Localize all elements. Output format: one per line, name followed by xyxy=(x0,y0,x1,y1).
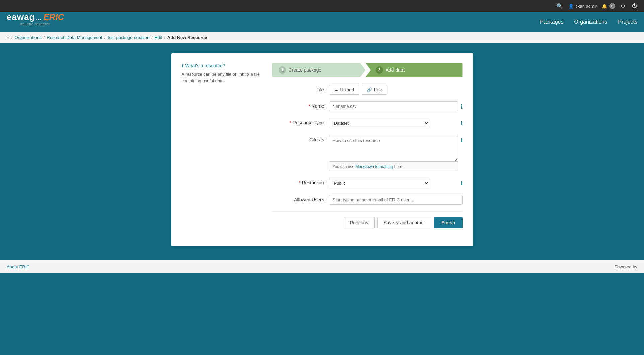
markdown-note-text: You can use xyxy=(333,164,355,169)
username-label: ckan admin xyxy=(576,4,598,9)
step-2: 2 Add data xyxy=(366,63,463,77)
name-input[interactable] xyxy=(329,101,458,111)
notification-area: 🔔 0 xyxy=(602,3,615,9)
breadcrumb-package[interactable]: test-package-creation xyxy=(108,35,149,40)
allowed-users-controls xyxy=(329,195,463,205)
gear-icon-btn[interactable]: ⚙ xyxy=(619,2,627,11)
user-info: 👤 ckan admin xyxy=(568,4,598,9)
name-info-icon[interactable]: ℹ xyxy=(461,103,463,110)
file-label: File: xyxy=(272,85,326,92)
logo-eawag: eawag xyxy=(7,12,35,22)
step-1-label: Create package xyxy=(289,67,322,73)
resource-type-label: * Resource Type: xyxy=(272,118,326,125)
step-1: 1 Create package xyxy=(272,63,366,77)
resource-type-info-icon[interactable]: ℹ xyxy=(461,120,463,126)
step-2-num: 2 xyxy=(376,66,383,74)
required-star: * xyxy=(308,103,311,109)
cite-label: Cite as: xyxy=(272,135,326,142)
breadcrumb-sep-0: / xyxy=(11,35,13,40)
cite-textarea[interactable] xyxy=(329,135,458,162)
breadcrumb-sep-1: / xyxy=(44,35,45,40)
info-circle-icon: ℹ xyxy=(182,63,183,68)
search-icon-btn[interactable]: 🔍 xyxy=(555,2,564,11)
breadcrumb-current: Add New Resource xyxy=(167,35,207,40)
allowed-users-input[interactable] xyxy=(329,195,463,205)
restriction-select-wrapper: Public Private Restricted xyxy=(329,178,458,188)
resource-type-select[interactable]: Dataset Code Documentation Other xyxy=(329,118,429,128)
steps-bar: 1 Create package 2 Add data xyxy=(272,63,463,77)
resource-type-row: * Resource Type: Dataset Code Documentat… xyxy=(272,118,463,128)
top-strip: 🔍 👤 ckan admin 🔔 0 ⚙ ⏻ xyxy=(0,0,644,12)
file-row: File: ☁ Upload 🔗 Link xyxy=(272,85,463,95)
allowed-users-label: Allowed Users: xyxy=(272,195,326,202)
name-label: * Name: xyxy=(272,101,326,109)
name-row: * Name: ℹ xyxy=(272,101,463,111)
name-input-wrapper xyxy=(329,101,458,111)
step-1-num: 1 xyxy=(279,66,286,74)
breadcrumb: ⌂ / Organizations / Research Data Manage… xyxy=(0,32,644,43)
file-controls: ☁ Upload 🔗 Link xyxy=(329,85,463,95)
main-header: eawag ... ERIC aquatic research Packages… xyxy=(0,12,644,32)
nav-packages[interactable]: Packages xyxy=(540,19,563,25)
footer-about[interactable]: About ERIC xyxy=(7,264,30,269)
cite-field-group: You can use Markdown formatting here ℹ xyxy=(329,135,463,171)
restriction-select[interactable]: Public Private Restricted xyxy=(329,178,429,188)
cite-row: Cite as: You can use Markdown formatting… xyxy=(272,135,463,171)
logo-dots: ... xyxy=(36,14,42,22)
save-add-another-button[interactable]: Save & add another xyxy=(377,217,432,228)
breadcrumb-sep-3: / xyxy=(151,35,153,40)
info-title-text: What's a resource? xyxy=(185,63,225,68)
finish-button[interactable]: Finish xyxy=(434,217,462,228)
user-icon: 👤 xyxy=(568,4,574,9)
required-star-2: * xyxy=(289,120,292,125)
info-title: ℹ What's a resource? xyxy=(182,63,262,68)
main-card: ℹ What's a resource? A resource can be a… xyxy=(171,53,473,246)
info-left: ℹ What's a resource? A resource can be a… xyxy=(182,63,262,228)
resource-type-select-wrapper: Dataset Code Documentation Other xyxy=(329,118,458,128)
cite-controls: You can use Markdown formatting here ℹ xyxy=(329,135,463,171)
link-label: Link xyxy=(374,87,382,92)
name-controls: ℹ xyxy=(329,101,463,111)
restriction-label: * Restriction: xyxy=(272,178,326,185)
markdown-formatting-link[interactable]: Markdown formatting xyxy=(355,164,393,169)
cite-info-icon[interactable]: ℹ xyxy=(461,137,463,143)
step-2-label: Add data xyxy=(386,67,405,73)
nav-projects[interactable]: Projects xyxy=(618,19,637,25)
resource-type-controls: Dataset Code Documentation Other ℹ xyxy=(329,118,463,128)
info-section: ℹ What's a resource? A resource can be a… xyxy=(182,63,463,228)
logout-icon-btn[interactable]: ⏻ xyxy=(631,2,639,10)
logo-eric: ERIC xyxy=(43,12,64,22)
upload-label: Upload xyxy=(340,87,354,92)
allowed-users-row: Allowed Users: xyxy=(272,195,463,205)
restriction-info-icon[interactable]: ℹ xyxy=(461,180,463,186)
form-area: 1 Create package 2 Add data File: ☁ xyxy=(272,63,463,228)
form-footer: Previous Save & add another Finish xyxy=(272,211,463,228)
notification-icon: 🔔 xyxy=(602,4,607,9)
info-description: A resource can be any file or link to a … xyxy=(182,71,262,84)
breadcrumb-organizations[interactable]: Organizations xyxy=(14,35,41,40)
breadcrumb-sep-2: / xyxy=(104,35,106,40)
file-buttons: ☁ Upload 🔗 Link xyxy=(329,85,463,95)
breadcrumb-sep-4: / xyxy=(164,35,165,40)
logo-subtitle: aquatic research xyxy=(20,22,51,26)
resource-type-field-group: Dataset Code Documentation Other ℹ xyxy=(329,118,463,128)
upload-icon: ☁ xyxy=(334,87,338,92)
footer-powered-by: Powered by xyxy=(614,264,637,269)
restriction-row: * Restriction: Public Private Restricted xyxy=(272,178,463,188)
breadcrumb-home-icon[interactable]: ⌂ xyxy=(7,35,9,40)
restriction-field-group: Public Private Restricted ℹ xyxy=(329,178,463,188)
link-button[interactable]: 🔗 Link xyxy=(362,85,387,95)
nav-organizations[interactable]: Organizations xyxy=(574,19,607,25)
notification-count: 0 xyxy=(609,3,615,9)
page-wrapper: ℹ What's a resource? A resource can be a… xyxy=(0,43,644,260)
page-footer: About ERIC Powered by xyxy=(0,260,644,273)
upload-button[interactable]: ☁ Upload xyxy=(329,85,359,95)
breadcrumb-rdm[interactable]: Research Data Management xyxy=(47,35,102,40)
markdown-note-after: here xyxy=(394,164,402,169)
markdown-note: You can use Markdown formatting here xyxy=(329,163,458,171)
previous-button[interactable]: Previous xyxy=(344,217,374,228)
link-icon: 🔗 xyxy=(367,87,372,92)
restriction-controls: Public Private Restricted ℹ xyxy=(329,178,463,188)
name-field-group: ℹ xyxy=(329,101,463,111)
breadcrumb-edit[interactable]: Edit xyxy=(155,35,162,40)
